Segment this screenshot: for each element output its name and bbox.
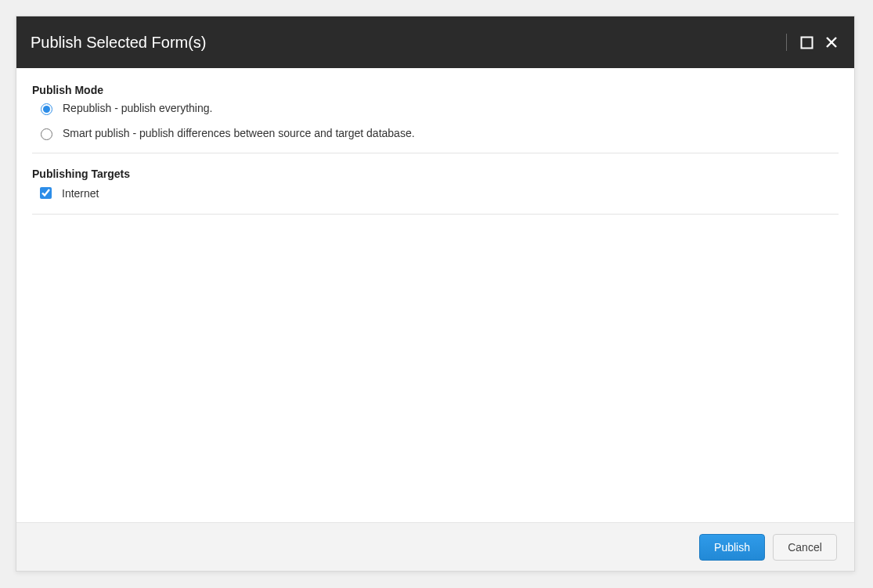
header-divider	[786, 34, 787, 51]
publish-button[interactable]: Publish	[699, 534, 765, 561]
radio-smart[interactable]	[41, 128, 52, 140]
dialog-footer: Publish Cancel	[16, 522, 854, 571]
publish-mode-label: Publish Mode	[32, 84, 839, 96]
publishing-targets-label: Publishing Targets	[32, 168, 839, 180]
radio-republish[interactable]	[41, 103, 52, 115]
radio-smart-label[interactable]: Smart publish - publish differences betw…	[63, 127, 415, 139]
maximize-icon[interactable]	[798, 34, 815, 51]
publish-dialog: Publish Selected Form(s) Publish Mode	[16, 16, 855, 572]
publish-mode-option-smart[interactable]: Smart publish - publish differences betw…	[32, 124, 839, 142]
dialog-header: Publish Selected Form(s)	[16, 16, 854, 68]
dialog-backdrop: Publish Selected Form(s) Publish Mode	[0, 0, 873, 588]
publish-mode-option-republish[interactable]: Republish - publish everything.	[32, 99, 839, 117]
section-divider	[32, 214, 839, 215]
dialog-body: Publish Mode Republish - publish everyth…	[16, 68, 854, 522]
section-divider	[32, 153, 839, 153]
dialog-header-controls	[786, 34, 840, 51]
checkbox-internet[interactable]	[40, 187, 52, 199]
dialog-title: Publish Selected Form(s)	[31, 34, 786, 52]
cancel-button[interactable]: Cancel	[773, 534, 837, 561]
radio-republish-label[interactable]: Republish - publish everything.	[63, 102, 212, 114]
svg-rect-0	[801, 37, 812, 48]
checkbox-internet-label[interactable]: Internet	[62, 187, 99, 200]
close-icon[interactable]	[823, 34, 840, 51]
publishing-target-internet[interactable]: Internet	[32, 183, 839, 203]
